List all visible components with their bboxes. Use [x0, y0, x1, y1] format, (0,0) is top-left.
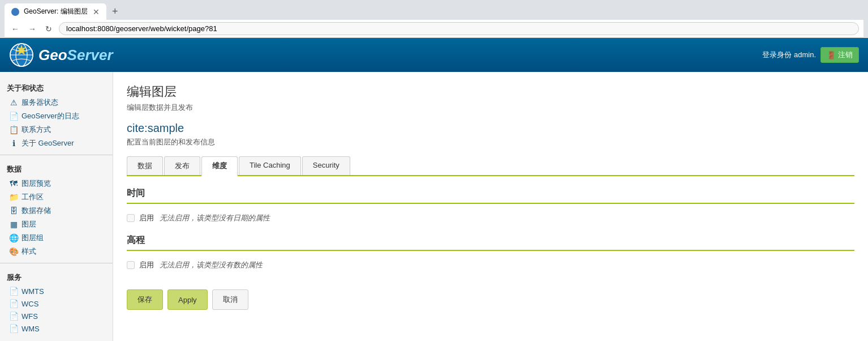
tab-bar: GeoServer: 编辑图层 ✕ + [5, 3, 863, 20]
sidebar-item-styles[interactable]: 🎨 样式 [0, 245, 113, 258]
tab-close-button[interactable]: ✕ [93, 7, 100, 16]
enable-text: 启用 [139, 213, 154, 223]
logout-label: 注销 [838, 50, 853, 60]
main-content: 编辑图层 编辑层数据并且发布 cite:sample 配置当前图层的和发布信息 … [113, 72, 868, 341]
apply-button[interactable]: Apply [167, 289, 208, 310]
sidebar: 关于和状态 ⚠ 服务器状态 📄 GeoServer的日志 📋 联系方式 ℹ 关于… [0, 72, 113, 341]
layers-icon: ▦ [9, 220, 18, 229]
wms-icon: 📄 [9, 324, 18, 333]
sidebar-divider-2 [0, 263, 113, 263]
logo-text: GeoServer [38, 46, 113, 64]
sidebar-item-layers[interactable]: ▦ 图层 [0, 218, 113, 231]
section-elevation: 高程 启用 无法启用，该类型没有数的属性 [127, 235, 854, 272]
address-bar-row: ← → ↻ [5, 20, 863, 38]
sidebar-section-data: 数据 [0, 160, 113, 177]
layer-desc: 配置当前图层的和发布信息 [127, 137, 854, 147]
time-disable-reason: 无法启用，该类型没有日期的属性 [160, 213, 270, 223]
button-row: 保存 Apply 取消 [127, 289, 854, 310]
sidebar-item-datastore[interactable]: 🗄 数据存储 [0, 204, 113, 218]
sidebar-item-label: 数据存储 [22, 206, 51, 216]
sidebar-item-label: 联系方式 [22, 125, 51, 135]
elevation-section-title: 高程 [127, 235, 854, 246]
login-text: 登录身份 admin. [762, 50, 816, 60]
elevation-section-divider [127, 250, 854, 251]
sidebar-item-wmts[interactable]: 📄 WMTS [0, 285, 113, 297]
enable-text: 启用 [139, 260, 154, 270]
tab-publish[interactable]: 发布 [164, 156, 200, 175]
sidebar-item-label: WMS [22, 325, 40, 333]
wfs-icon: 📄 [9, 312, 18, 321]
warning-icon: ⚠ [9, 98, 18, 107]
logo-area: GeoServer [9, 42, 113, 67]
info-icon: ℹ [9, 139, 18, 148]
globe-small-icon: 🌐 [9, 233, 18, 242]
tab-bar-layer: 数据 发布 维度 Tile Caching Security [127, 156, 854, 176]
browser-chrome: GeoServer: 编辑图层 ✕ + ← → ↻ [0, 0, 868, 38]
tab-title: GeoServer: 编辑图层 [24, 7, 88, 16]
time-enable-label: 启用 无法启用，该类型没有日期的属性 [139, 213, 270, 223]
sidebar-section-about: 关于和状态 [0, 79, 113, 96]
layer-name: cite:sample [127, 122, 854, 135]
sidebar-item-label: WFS [22, 312, 38, 321]
sidebar-divider-1 [0, 155, 113, 155]
sidebar-item-label: 图层 [22, 219, 36, 229]
sidebar-section-services: 服务 [0, 268, 113, 285]
sidebar-item-label: 图层组 [22, 233, 44, 243]
log-icon: 📄 [9, 112, 18, 121]
sidebar-item-wms[interactable]: 📄 WMS [0, 322, 113, 335]
time-enable-checkbox[interactable] [127, 214, 135, 222]
app-header: GeoServer 登录身份 admin. 🚪 注销 [0, 38, 868, 72]
logo-geo: Geo [38, 46, 67, 63]
folder-icon: 📁 [9, 193, 18, 202]
page-title: 编辑图层 [127, 83, 854, 100]
sidebar-item-contact[interactable]: 📋 联系方式 [0, 123, 113, 137]
sidebar-item-label: WCS [22, 300, 38, 308]
tab-dimension[interactable]: 维度 [201, 156, 238, 176]
forward-button[interactable]: → [26, 23, 38, 35]
section-time: 时间 启用 无法启用，该类型没有日期的属性 [127, 187, 854, 225]
sidebar-item-layer-preview[interactable]: 🗺 图层预览 [0, 177, 113, 190]
new-tab-button[interactable]: + [109, 5, 122, 19]
save-button[interactable]: 保存 [127, 289, 163, 310]
sidebar-item-label: WMTS [22, 287, 44, 296]
tab-data[interactable]: 数据 [127, 156, 163, 175]
sidebar-item-workspace[interactable]: 📁 工作区 [0, 190, 113, 204]
sidebar-item-label: 样式 [22, 246, 36, 257]
app-body: 关于和状态 ⚠ 服务器状态 📄 GeoServer的日志 📋 联系方式 ℹ 关于… [0, 72, 868, 341]
browser-tab: GeoServer: 编辑图层 ✕ [5, 3, 106, 20]
time-section-title: 时间 [127, 187, 854, 199]
address-input[interactable] [59, 22, 859, 35]
time-section-divider [127, 203, 854, 204]
elevation-enable-checkbox[interactable] [127, 261, 135, 269]
tab-tile-caching[interactable]: Tile Caching [239, 156, 301, 175]
style-icon: 🎨 [9, 247, 18, 256]
sidebar-item-geoserver-log[interactable]: 📄 GeoServer的日志 [0, 109, 113, 123]
contact-icon: 📋 [9, 125, 18, 134]
header-right: 登录身份 admin. 🚪 注销 [762, 47, 859, 63]
sidebar-item-label: 工作区 [22, 192, 44, 202]
sidebar-item-wfs[interactable]: 📄 WFS [0, 310, 113, 322]
elevation-enable-row: 启用 无法启用，该类型没有数的属性 [127, 258, 854, 272]
logo-globe-icon [9, 42, 34, 67]
wmts-icon: 📄 [9, 287, 18, 296]
sidebar-item-label: 服务器状态 [22, 97, 58, 108]
logo-server: Server [67, 46, 113, 63]
cancel-button[interactable]: 取消 [212, 289, 248, 310]
elevation-enable-label: 启用 无法启用，该类型没有数的属性 [139, 260, 263, 270]
elevation-disable-reason: 无法启用，该类型没有数的属性 [160, 260, 263, 270]
sidebar-item-label: 关于 GeoServer [22, 138, 74, 148]
logout-button[interactable]: 🚪 注销 [820, 47, 859, 63]
logout-icon: 🚪 [827, 51, 836, 59]
time-enable-row: 启用 无法启用，该类型没有日期的属性 [127, 211, 854, 225]
sidebar-item-wcs[interactable]: 📄 WCS [0, 297, 113, 310]
sidebar-item-label: 图层预览 [22, 178, 51, 189]
page-subtitle: 编辑层数据并且发布 [127, 103, 854, 113]
sidebar-item-about[interactable]: ℹ 关于 GeoServer [0, 137, 113, 150]
tab-favicon [11, 8, 19, 16]
database-icon: 🗄 [9, 206, 18, 215]
back-button[interactable]: ← [9, 23, 22, 35]
sidebar-item-layer-groups[interactable]: 🌐 图层组 [0, 231, 113, 245]
reload-button[interactable]: ↻ [43, 23, 54, 35]
sidebar-item-server-status[interactable]: ⚠ 服务器状态 [0, 96, 113, 109]
tab-security[interactable]: Security [302, 156, 350, 175]
